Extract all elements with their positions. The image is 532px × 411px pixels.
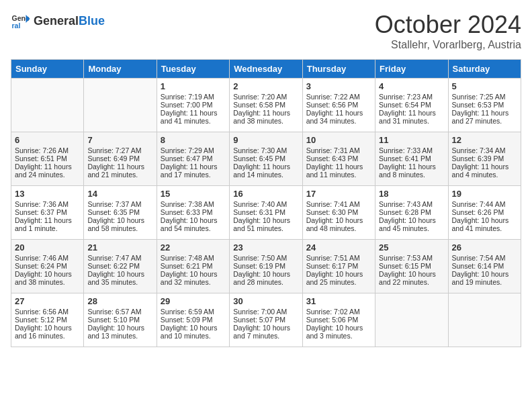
day-info-line: Sunrise: 7:34 AM: [452, 146, 517, 154]
day-info-line: Sunset: 6:30 PM: [306, 208, 371, 216]
day-info-line: Sunrise: 7:36 AM: [15, 200, 80, 208]
day-info-line: Daylight: 11 hours and 24 minutes.: [15, 163, 80, 179]
day-number: 7: [87, 135, 152, 145]
day-number: 5: [452, 81, 517, 91]
calendar-cell: 12Sunrise: 7:34 AMSunset: 6:39 PMDayligh…: [448, 132, 521, 186]
day-number: 3: [306, 81, 371, 91]
day-info-line: Sunrise: 7:37 AM: [87, 200, 152, 208]
day-info-line: Daylight: 11 hours and 41 minutes.: [161, 109, 226, 125]
day-number: 16: [233, 189, 298, 199]
calendar-cell: 19Sunrise: 7:44 AMSunset: 6:26 PMDayligh…: [448, 186, 521, 240]
day-info-line: Sunrise: 6:56 AM: [15, 308, 80, 316]
day-info-line: Daylight: 11 hours and 8 minutes.: [379, 163, 444, 179]
day-info-line: Sunset: 5:12 PM: [15, 316, 80, 324]
day-info-line: Sunrise: 7:48 AM: [161, 254, 226, 262]
day-info-line: Sunrise: 7:19 AM: [161, 93, 226, 101]
day-info-line: Sunrise: 7:38 AM: [161, 200, 226, 208]
day-info-line: Daylight: 10 hours and 48 minutes.: [306, 216, 371, 232]
calendar-cell: 18Sunrise: 7:43 AMSunset: 6:28 PMDayligh…: [375, 186, 448, 240]
calendar-cell: 30Sunrise: 7:00 AMSunset: 5:07 PMDayligh…: [230, 293, 302, 347]
day-number: 2: [233, 81, 298, 91]
day-info-line: Daylight: 10 hours and 41 minutes.: [452, 216, 517, 232]
day-info-line: Daylight: 10 hours and 32 minutes.: [161, 270, 226, 286]
day-number: 14: [87, 189, 152, 199]
day-info-line: Daylight: 11 hours and 4 minutes.: [452, 163, 517, 179]
calendar-cell: 13Sunrise: 7:36 AMSunset: 6:37 PMDayligh…: [11, 186, 84, 240]
day-info-line: Sunrise: 7:29 AM: [161, 146, 226, 154]
day-number: 1: [161, 81, 226, 91]
day-number: 31: [306, 296, 371, 306]
day-info-line: Sunrise: 7:02 AM: [306, 308, 371, 316]
calendar-cell: 25Sunrise: 7:53 AMSunset: 6:15 PMDayligh…: [375, 240, 448, 293]
day-info-line: Sunrise: 7:31 AM: [306, 146, 371, 154]
svg-text:ral: ral: [12, 21, 21, 30]
day-info-line: Sunset: 5:06 PM: [306, 316, 371, 324]
day-info-line: Daylight: 10 hours and 3 minutes.: [306, 324, 371, 340]
day-info-line: Sunset: 5:07 PM: [233, 316, 298, 324]
day-number: 21: [87, 242, 152, 253]
day-info-line: Sunset: 6:54 PM: [379, 101, 444, 109]
day-info-line: Daylight: 10 hours and 19 minutes.: [452, 270, 517, 286]
calendar-cell: 10Sunrise: 7:31 AMSunset: 6:43 PMDayligh…: [302, 132, 375, 186]
day-info-line: Sunset: 7:00 PM: [161, 101, 226, 109]
location-title: Stallehr, Vorarlberg, Austria: [375, 39, 521, 51]
day-info-line: Daylight: 10 hours and 45 minutes.: [379, 216, 444, 232]
day-number: 19: [452, 189, 517, 199]
day-info-line: Sunrise: 7:33 AM: [379, 146, 444, 154]
day-header-wednesday: Wednesday: [230, 60, 302, 79]
day-info-line: Sunset: 6:41 PM: [379, 154, 444, 163]
day-info-line: Daylight: 10 hours and 16 minutes.: [15, 324, 80, 340]
calendar-cell: [11, 79, 84, 132]
day-info-line: Daylight: 11 hours and 17 minutes.: [161, 163, 226, 179]
day-info-line: Sunrise: 7:43 AM: [379, 200, 444, 208]
day-info-line: Sunrise: 7:26 AM: [15, 146, 80, 154]
calendar-table: SundayMondayTuesdayWednesdayThursdayFrid…: [11, 59, 521, 347]
day-number: 8: [161, 135, 226, 145]
day-header-monday: Monday: [84, 60, 157, 79]
logo-icon: Gene ral: [11, 11, 31, 31]
calendar-cell: 27Sunrise: 6:56 AMSunset: 5:12 PMDayligh…: [11, 293, 84, 347]
day-info-line: Sunrise: 7:50 AM: [233, 254, 298, 262]
day-header-friday: Friday: [375, 60, 448, 79]
day-info-line: Sunrise: 7:40 AM: [233, 200, 298, 208]
calendar-header: SundayMondayTuesdayWednesdayThursdayFrid…: [11, 60, 521, 79]
day-info-line: Sunset: 6:43 PM: [306, 154, 371, 163]
day-info-line: Daylight: 10 hours and 38 minutes.: [15, 270, 80, 286]
day-header-sunday: Sunday: [11, 60, 84, 79]
day-number: 15: [161, 189, 226, 199]
day-info-line: Sunset: 6:47 PM: [161, 154, 226, 163]
day-info-line: Sunrise: 6:57 AM: [87, 308, 152, 316]
day-info-line: Daylight: 11 hours and 14 minutes.: [233, 163, 298, 179]
day-info-line: Sunset: 6:28 PM: [379, 208, 444, 216]
calendar-cell: 6Sunrise: 7:26 AMSunset: 6:51 PMDaylight…: [11, 132, 84, 186]
logo-text-blue: Blue: [79, 14, 105, 28]
logo: Gene ral GeneralBlue: [11, 11, 105, 31]
day-info-line: Daylight: 11 hours and 31 minutes.: [379, 109, 444, 125]
day-header-tuesday: Tuesday: [157, 60, 229, 79]
calendar-cell: [375, 293, 448, 347]
day-info-line: Daylight: 11 hours and 11 minutes.: [306, 163, 371, 179]
day-number: 11: [379, 135, 444, 145]
day-number: 22: [161, 242, 226, 253]
day-info-line: Sunrise: 7:54 AM: [452, 254, 517, 262]
day-number: 12: [452, 135, 517, 145]
day-header-thursday: Thursday: [302, 60, 375, 79]
calendar-cell: 29Sunrise: 6:59 AMSunset: 5:09 PMDayligh…: [157, 293, 229, 347]
day-info-line: Sunset: 6:39 PM: [452, 154, 517, 163]
week-row-3: 20Sunrise: 7:46 AMSunset: 6:24 PMDayligh…: [11, 240, 521, 293]
calendar-cell: 1Sunrise: 7:19 AMSunset: 7:00 PMDaylight…: [157, 79, 229, 132]
day-info-line: Sunrise: 7:30 AM: [233, 146, 298, 154]
day-info-line: Sunset: 6:17 PM: [306, 262, 371, 270]
day-info-line: Sunset: 6:45 PM: [233, 154, 298, 163]
calendar-body: 1Sunrise: 7:19 AMSunset: 7:00 PMDaylight…: [11, 79, 521, 347]
calendar-cell: 26Sunrise: 7:54 AMSunset: 6:14 PMDayligh…: [448, 240, 521, 293]
day-info-line: Sunrise: 7:51 AM: [306, 254, 371, 262]
calendar-cell: 14Sunrise: 7:37 AMSunset: 6:35 PMDayligh…: [84, 186, 157, 240]
calendar-cell: 5Sunrise: 7:25 AMSunset: 6:53 PMDaylight…: [448, 79, 521, 132]
calendar-cell: 21Sunrise: 7:47 AMSunset: 6:22 PMDayligh…: [84, 240, 157, 293]
day-number: 29: [161, 296, 226, 306]
day-info-line: Sunset: 6:14 PM: [452, 262, 517, 270]
day-number: 10: [306, 135, 371, 145]
day-number: 6: [15, 135, 80, 145]
day-number: 27: [15, 296, 80, 306]
